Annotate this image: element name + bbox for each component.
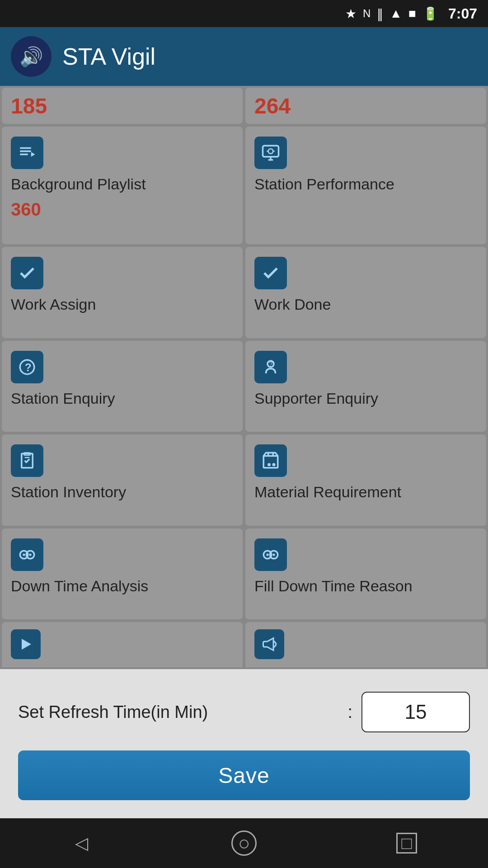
svg-rect-1: [20, 151, 31, 152]
station-performance-label: Station Performance: [254, 175, 477, 193]
supporter-enquiry-label: Supporter Enquiry: [254, 390, 477, 407]
megaphone-icon: [254, 629, 284, 659]
background-playlist-count: 360: [11, 199, 234, 220]
grid-content: 185 264 Background Playlist 360 Station …: [0, 86, 488, 669]
svg-rect-4: [263, 146, 279, 157]
grid-item-work-assign[interactable]: Work Assign: [2, 247, 243, 338]
playlist-icon: [11, 137, 43, 169]
colon-separator: :: [347, 703, 352, 722]
supporter-enquiry-icon: ?: [254, 351, 287, 383]
app-logo-icon: 🔊: [11, 36, 52, 77]
num-val-left: 185: [11, 94, 47, 118]
down-time-analysis-label: Down Time Analysis: [11, 577, 234, 595]
station-enquiry-icon: ?: [11, 351, 43, 383]
work-assign-label: Work Assign: [11, 296, 234, 313]
sim-icon: ■: [408, 6, 416, 21]
refresh-label: Set Refresh Time(in Min): [18, 703, 338, 722]
work-assign-icon: [11, 257, 43, 289]
station-inventory-label: Station Inventory: [11, 483, 234, 501]
grid-item-supporter-enquiry[interactable]: ? Supporter Enquiry: [245, 341, 486, 432]
status-bar: ★ N ‖ ▲ ■ 🔋 7:07: [0, 0, 488, 27]
svg-point-22: [23, 553, 25, 556]
svg-marker-28: [22, 639, 31, 650]
home-button[interactable]: ○: [226, 825, 262, 861]
logo-speaker-icon: 🔊: [19, 46, 43, 68]
svg-text:?: ?: [269, 360, 273, 368]
station-inventory-icon: [11, 444, 43, 477]
back-icon: ◁: [75, 833, 88, 853]
home-icon: ○: [231, 830, 257, 856]
refresh-row: Set Refresh Time(in Min) :: [18, 692, 470, 732]
grid-item-work-done[interactable]: Work Done: [245, 247, 486, 338]
recents-icon: □: [396, 833, 417, 854]
grid-item-station-enquiry[interactable]: ? Station Enquiry: [2, 341, 243, 432]
grid-item-background-playlist[interactable]: Background Playlist 360: [2, 127, 243, 244]
svg-text:?: ?: [25, 361, 32, 373]
main-grid: Background Playlist 360 Station Performa…: [2, 127, 486, 619]
svg-rect-0: [20, 147, 31, 149]
num-val-right: 264: [254, 94, 291, 118]
app-title: STA Vigil: [62, 43, 155, 70]
down-time-analysis-icon: [11, 538, 43, 571]
material-requirement-icon: [254, 444, 287, 477]
app-header: 🔊 STA Vigil: [0, 27, 488, 86]
save-button[interactable]: Save: [18, 750, 470, 800]
svg-point-27: [272, 553, 275, 556]
svg-rect-2: [20, 154, 28, 156]
partial-card-left[interactable]: [2, 622, 243, 667]
num-card-left[interactable]: 185: [2, 88, 243, 124]
material-requirement-label: Material Requirement: [254, 483, 477, 501]
wifi-icon: ▲: [389, 6, 402, 21]
status-time: 7:07: [448, 5, 477, 22]
play-icon: [11, 629, 41, 659]
fill-down-time-reason-icon: [254, 538, 287, 571]
nfc-icon: N: [363, 7, 371, 20]
svg-point-23: [29, 553, 31, 556]
refresh-time-input[interactable]: [361, 692, 470, 732]
station-enquiry-label: Station Enquiry: [11, 390, 234, 407]
svg-point-5: [268, 149, 273, 154]
bluetooth-icon: ★: [345, 6, 357, 21]
partial-card-right[interactable]: [245, 622, 486, 667]
svg-point-26: [266, 553, 268, 556]
svg-point-19: [267, 463, 271, 466]
num-card-right[interactable]: 264: [245, 88, 486, 124]
partial-bottom-row: [2, 622, 486, 667]
recents-button[interactable]: □: [389, 825, 425, 861]
grid-item-down-time-analysis[interactable]: Down Time Analysis: [2, 528, 243, 619]
vibrate-icon: ‖: [377, 6, 383, 21]
grid-item-station-inventory[interactable]: Station Inventory: [2, 434, 243, 525]
navigation-bar: ◁ ○ □: [0, 818, 488, 868]
work-done-label: Work Done: [254, 296, 477, 313]
work-done-icon: [254, 257, 287, 289]
station-performance-icon: [254, 137, 287, 169]
grid-item-station-performance[interactable]: Station Performance: [245, 127, 486, 244]
grid-item-material-requirement[interactable]: Material Requirement: [245, 434, 486, 525]
battery-icon: 🔋: [422, 6, 438, 21]
svg-marker-3: [31, 152, 35, 157]
back-button[interactable]: ◁: [63, 825, 99, 861]
grid-item-fill-down-time-reason[interactable]: Fill Down Time Reason: [245, 528, 486, 619]
numbers-row: 185 264: [2, 88, 486, 124]
background-playlist-label: Background Playlist: [11, 175, 234, 193]
dialog-overlay: Set Refresh Time(in Min) : Save: [0, 669, 488, 818]
fill-down-time-reason-label: Fill Down Time Reason: [254, 577, 477, 595]
svg-point-18: [272, 463, 276, 466]
